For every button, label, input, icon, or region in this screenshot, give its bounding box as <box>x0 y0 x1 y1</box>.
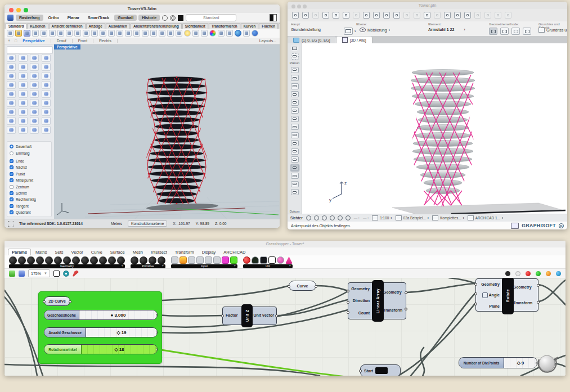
grid-snap-icon[interactable] <box>8 221 14 227</box>
curve-2d-node[interactable]: 2D Curve <box>44 296 70 306</box>
checkbox-icon[interactable] <box>10 178 14 182</box>
slider-anzahl-geschosse[interactable]: Anzahl Geschosse ◇19 <box>44 327 158 337</box>
zoom-window-icon[interactable] <box>24 8 28 12</box>
floorplan-tab[interactable]: (1) 0. EG [0. EG] <box>288 37 336 43</box>
flag-icon[interactable] <box>243 30 250 37</box>
redo-icon[interactable] <box>83 30 89 37</box>
dimension-menu-icon[interactable] <box>383 12 390 19</box>
zero-icon[interactable] <box>131 256 138 264</box>
window-icon[interactable] <box>291 83 299 89</box>
arrow-hollow-icon[interactable] <box>268 256 276 264</box>
roof-icon[interactable] <box>291 124 299 130</box>
view-crumb[interactable]: — › <box>363 216 369 220</box>
rotate-view-icon[interactable] <box>133 30 140 37</box>
knob-icon[interactable] <box>196 256 204 264</box>
paste-icon[interactable] <box>66 30 73 37</box>
tool-search-input[interactable] <box>7 46 53 54</box>
output-port[interactable] <box>537 301 540 304</box>
morph-icon[interactable] <box>291 148 299 155</box>
fit-icon[interactable] <box>444 12 451 19</box>
curve-node[interactable]: Curve <box>289 281 316 291</box>
lamp-icon[interactable] <box>291 173 299 179</box>
input-port[interactable] <box>347 311 349 314</box>
toolbar-toggle[interactable]: SmartTrack <box>84 15 113 21</box>
zoom-window-icon[interactable] <box>303 4 307 8</box>
target-icon[interactable] <box>170 15 176 21</box>
shade-icon[interactable] <box>142 30 149 37</box>
copy-icon[interactable] <box>42 99 51 107</box>
node-name-capsule[interactable]: Unit Z <box>241 304 253 327</box>
rotate-icon[interactable] <box>7 108 16 116</box>
slider-rotationswinkel[interactable]: Rotationswinkel ◇18 <box>44 344 158 354</box>
units-label[interactable]: Meters <box>111 222 122 226</box>
viewport-label[interactable]: Perspektive <box>54 44 80 49</box>
explode-icon[interactable] <box>19 90 28 98</box>
text-icon[interactable] <box>158 256 165 264</box>
xmark-icon[interactable] <box>9 256 17 264</box>
group-icon[interactable] <box>42 117 51 125</box>
hexagon-icon[interactable] <box>90 256 98 264</box>
3d-view-tab[interactable]: [3D / Alle] <box>336 37 372 43</box>
cherry-icon[interactable] <box>243 256 250 264</box>
scale-icon[interactable] <box>19 108 28 116</box>
back-icon[interactable] <box>306 215 311 220</box>
panel-icon[interactable] <box>505 12 511 19</box>
ribbon-tab[interactable]: Auswählen <box>106 23 130 29</box>
seven-icon[interactable] <box>140 256 147 264</box>
array-icon[interactable] <box>42 108 51 116</box>
input-port[interactable] <box>474 283 477 286</box>
osnap-check-row[interactable]: Quadrant <box>10 209 51 215</box>
node-name-capsule[interactable]: Linear Array <box>372 280 384 322</box>
pan-icon[interactable]: + <box>8 39 10 43</box>
ellipse-icon[interactable] <box>19 63 28 71</box>
marquee-tool-icon[interactable] <box>291 53 299 60</box>
undo-icon[interactable] <box>74 30 81 37</box>
grid-menu-icon[interactable] <box>393 12 400 19</box>
menu-item[interactable]: Transform <box>172 249 198 255</box>
save-icon[interactable] <box>19 271 25 277</box>
forward-icon[interactable] <box>314 215 319 220</box>
menu-item[interactable]: Vector <box>68 249 87 255</box>
slab-icon[interactable] <box>291 116 299 122</box>
ribbon-tab[interactable]: Transformieren <box>209 23 240 29</box>
mirror-icon[interactable] <box>30 108 39 116</box>
checkbox-icon[interactable] <box>10 210 14 214</box>
preview-orange-icon[interactable] <box>546 271 551 276</box>
surface-icon[interactable] <box>117 256 125 264</box>
zoom-target-icon[interactable] <box>226 30 233 37</box>
osnap-check-row[interactable]: Mittelpunkt <box>10 177 51 183</box>
menu-item[interactable]: Surface <box>107 249 128 255</box>
output-port[interactable] <box>405 291 407 294</box>
checkbox-icon[interactable] <box>10 159 14 163</box>
checkbox-icon[interactable] <box>10 204 14 208</box>
clock-icon[interactable] <box>205 256 212 264</box>
new-file-icon[interactable] <box>7 30 14 37</box>
close-icon[interactable] <box>291 4 295 8</box>
layer-combination-select[interactable]: 02a Beispiel...› <box>396 215 429 220</box>
stair-icon[interactable] <box>291 140 299 146</box>
object-icon[interactable] <box>291 165 299 171</box>
save-icon[interactable] <box>24 30 30 37</box>
menu-item[interactable]: Params <box>8 249 31 255</box>
output-port[interactable] <box>315 285 317 288</box>
scissors-icon[interactable] <box>454 12 461 19</box>
arrow-menu-icon[interactable] <box>363 12 370 19</box>
clipboard-icon[interactable] <box>41 30 47 37</box>
input-port[interactable] <box>288 285 290 288</box>
zoom-selected-icon[interactable] <box>125 30 132 37</box>
box-icon[interactable] <box>7 81 16 89</box>
checkbox-icon[interactable] <box>10 197 14 201</box>
close-icon[interactable] <box>9 8 14 12</box>
slider-div-points[interactable]: Number of Div.Points ◇9 <box>459 357 537 368</box>
zoom-extents-icon[interactable] <box>53 271 60 277</box>
curve-icon[interactable] <box>36 256 44 264</box>
sliders-icon[interactable] <box>213 256 221 264</box>
input-port[interactable] <box>221 314 224 317</box>
element-select[interactable]: Armstuhl 1 22› <box>428 28 465 31</box>
viewport-box-icon[interactable]: □ <box>15 39 17 43</box>
osnap-check-row[interactable]: Schnitt <box>10 190 51 196</box>
zoom-extents-icon[interactable] <box>116 30 123 37</box>
zone-icon[interactable] <box>291 156 299 163</box>
layouts-button[interactable]: Layouts... <box>259 39 276 43</box>
move-icon[interactable] <box>30 99 39 107</box>
